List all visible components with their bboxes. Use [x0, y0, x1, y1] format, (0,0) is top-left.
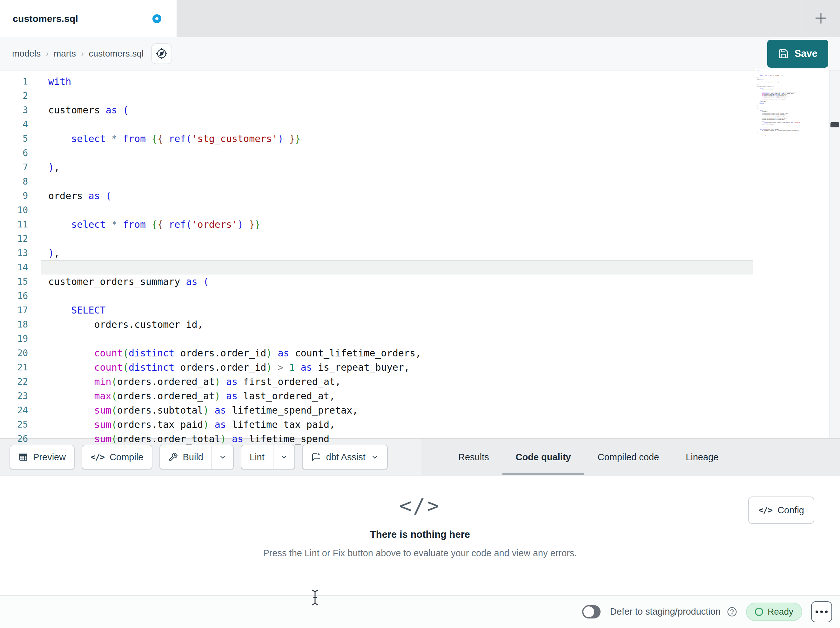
empty-state-title: There is nothing here [0, 529, 840, 540]
compass-icon [156, 47, 168, 60]
code-line[interactable]: 4 [0, 117, 840, 131]
lint-button[interactable]: Lint [242, 445, 273, 469]
action-buttons: Preview </> Compile Build [0, 439, 422, 475]
line-number: 24 [0, 405, 28, 416]
defer-toggle[interactable] [582, 605, 600, 619]
save-icon [778, 48, 789, 59]
line-number: 11 [0, 219, 28, 230]
minimap[interactable]: with customers as ( select * from {{ ref… [755, 69, 828, 146]
breadcrumb-separator: › [46, 49, 49, 59]
code-line[interactable]: 18 orders.customer_id, [0, 317, 840, 332]
code-line[interactable]: 24 sum(orders.subtotal) as lifetime_spen… [0, 403, 840, 418]
line-number: 14 [0, 262, 28, 272]
code-line[interactable]: 20 count(distinct orders.order_id) as co… [0, 346, 840, 360]
line-number: 21 [0, 362, 28, 373]
code-line[interactable]: 15customer_orders_summary as ( [0, 274, 840, 289]
preview-button[interactable]: Preview [9, 445, 75, 470]
code-line[interactable]: 7), [0, 160, 840, 174]
code-line[interactable]: 3customers as ( [0, 103, 840, 117]
line-number: 2 [0, 90, 28, 101]
empty-state-subtitle: Press the Lint or Fix button above to ev… [0, 548, 840, 558]
line-number: 3 [0, 105, 28, 115]
ready-label: Ready [767, 607, 793, 617]
code-line[interactable]: 22 min(orders.ordered_at) as first_order… [0, 375, 840, 389]
breadcrumb-item-models[interactable]: models [12, 49, 41, 59]
tab-title: customers.sql [13, 13, 78, 24]
code-line[interactable]: 25 sum(orders.tax_paid) as lifetime_tax_… [0, 418, 840, 432]
code-line[interactable]: 16 [0, 289, 840, 303]
line-number: 7 [0, 162, 28, 172]
status-circle-icon [755, 607, 763, 616]
indent-guide [48, 289, 48, 303]
code-line[interactable]: 12 [0, 232, 840, 246]
indent-guide [48, 146, 48, 160]
code-line[interactable]: 11 select * from {{ ref('orders') }} [0, 217, 840, 232]
code-line[interactable]: 23 max(orders.ordered_at) as last_ordere… [0, 389, 840, 403]
tab-lineage[interactable]: Lineage [672, 439, 732, 475]
breadcrumb-separator: › [81, 49, 84, 59]
tab-results[interactable]: Results [445, 439, 502, 475]
line-number: 12 [0, 234, 28, 244]
line-number: 20 [0, 348, 28, 358]
editor-toolbar: Preview </> Compile Build [0, 439, 840, 476]
tab-customers-sql[interactable]: customers.sql [0, 0, 177, 38]
code-line[interactable]: 6 [0, 146, 840, 160]
code-line[interactable]: 9orders as ( [0, 189, 840, 203]
code-line[interactable]: 13), [0, 246, 840, 260]
code-line[interactable]: 2 [0, 89, 840, 103]
chevron-down-icon [218, 453, 227, 461]
new-tab-button[interactable] [810, 8, 831, 28]
code-line[interactable]: 19 [0, 332, 840, 346]
build-label: Build [183, 452, 204, 462]
breadcrumb-item-file[interactable]: customers.sql [89, 49, 144, 59]
code-line[interactable]: 10 [0, 203, 840, 217]
line-number: 13 [0, 248, 28, 258]
code-line[interactable]: 1with [0, 74, 840, 89]
results-tab-bar: Results Code quality Compiled code Linea… [422, 439, 840, 475]
build-dropdown-button[interactable] [212, 445, 233, 469]
help-icon[interactable] [727, 607, 737, 617]
code-line[interactable]: 8 [0, 174, 840, 189]
indent-guide [48, 332, 48, 346]
editor-scrollbar[interactable] [829, 71, 840, 438]
defer-label: Defer to staging/production [610, 606, 721, 617]
dbt-ide-window: customers.sql models › marts › customers… [0, 0, 840, 628]
unsaved-changes-indicator [152, 14, 161, 23]
preview-label: Preview [33, 452, 66, 462]
scrollbar-thumb[interactable] [831, 122, 839, 127]
explore-lineage-button[interactable] [151, 43, 172, 64]
indent-guide [71, 332, 71, 346]
chevron-down-icon [280, 453, 288, 461]
breadcrumb-item-marts[interactable]: marts [54, 49, 76, 59]
save-label: Save [794, 48, 818, 59]
wrench-icon [168, 452, 178, 462]
dots-icon [816, 611, 818, 613]
line-number: 10 [0, 205, 28, 215]
code-line[interactable]: 14 [0, 260, 840, 274]
dbt-assist-button[interactable]: dbt Assist [302, 445, 388, 470]
build-button[interactable]: Build [160, 445, 212, 469]
code-line[interactable]: 17 SELECT [0, 303, 840, 317]
line-number: 9 [0, 191, 28, 201]
line-number: 26 [0, 433, 28, 444]
code-editor[interactable]: 1with23customers as (45 select * from {{… [0, 71, 840, 439]
line-number: 18 [0, 319, 28, 330]
ready-status-badge: Ready [746, 603, 802, 621]
tab-compiled-code[interactable]: Compiled code [584, 439, 672, 475]
tab-code-quality[interactable]: Code quality [502, 439, 584, 475]
text-cursor [309, 588, 321, 607]
indent-guide [48, 117, 48, 131]
compile-button[interactable]: </> Compile [82, 445, 152, 470]
line-number: 16 [0, 291, 28, 301]
lint-split-button: Lint [241, 445, 295, 470]
save-button[interactable]: Save [767, 40, 828, 68]
overflow-menu-button[interactable] [811, 601, 832, 622]
lint-dropdown-button[interactable] [273, 445, 294, 469]
code-line[interactable]: 21 count(distinct orders.order_id) > 1 a… [0, 360, 840, 375]
code-line[interactable]: 5 select * from {{ ref('stg_customers') … [0, 131, 840, 146]
code-icon-large: </> [0, 494, 840, 517]
plus-icon [814, 11, 828, 25]
build-split-button: Build [159, 445, 234, 470]
code-lines: 1with23customers as (45 select * from {{… [0, 74, 840, 446]
dbt-assist-label: dbt Assist [326, 452, 366, 462]
